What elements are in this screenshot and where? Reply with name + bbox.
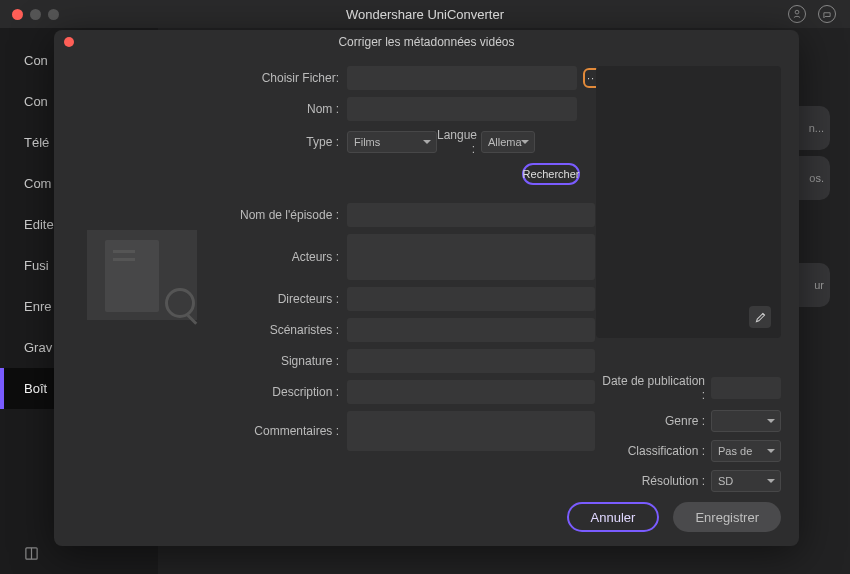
choose-file-input[interactable] <box>347 66 577 90</box>
writers-input[interactable] <box>347 318 595 342</box>
sidebar-item-label: Enre <box>24 299 51 314</box>
episode-input[interactable] <box>347 203 595 227</box>
directors-label: Directeurs : <box>212 292 347 306</box>
resolution-select[interactable]: SD <box>711 470 781 492</box>
chevron-down-icon <box>521 140 529 144</box>
bg-text: os. <box>809 172 824 184</box>
language-value: Allema <box>488 136 522 148</box>
cancel-button[interactable]: Annuler <box>567 502 660 532</box>
episode-label: Nom de l'épisode : <box>212 208 347 222</box>
sidebar-item-label: Con <box>24 94 48 109</box>
search-button[interactable]: Rechercher <box>522 163 580 185</box>
save-button[interactable]: Enregistrer <box>673 502 781 532</box>
preview-box <box>596 66 781 338</box>
pubdate-label: Date de publication : <box>596 374 711 402</box>
bg-text: n... <box>809 122 824 134</box>
thumbnail-placeholder <box>72 206 212 344</box>
classification-value: Pas de <box>718 445 752 457</box>
sidebar-item-label: Con <box>24 53 48 68</box>
description-label: Description : <box>212 385 347 399</box>
modal-titlebar: Corriger les métadonnées vidéos <box>54 30 799 54</box>
profile-icon[interactable] <box>788 5 806 23</box>
close-window-dot[interactable] <box>12 9 23 20</box>
help-icon[interactable] <box>818 5 836 23</box>
sidebar-item-label: Télé <box>24 135 49 150</box>
chevron-down-icon <box>767 479 775 483</box>
signature-input[interactable] <box>347 349 595 373</box>
comments-input[interactable] <box>347 411 595 451</box>
modal-title: Corriger les métadonnées vidéos <box>338 35 514 49</box>
sidebar-item-label: Com <box>24 176 51 191</box>
type-label: Type : <box>212 135 347 149</box>
choose-file-label: Choisir Ficher: <box>212 71 347 85</box>
genre-label: Genre : <box>596 414 711 428</box>
description-input[interactable] <box>347 380 595 404</box>
language-select[interactable]: Allema <box>481 131 535 153</box>
chevron-down-icon <box>767 419 775 423</box>
directors-input[interactable] <box>347 287 595 311</box>
sidebar-item-label: Boît <box>24 381 47 396</box>
edit-preview-button[interactable] <box>749 306 771 328</box>
classification-select[interactable]: Pas de <box>711 440 781 462</box>
comments-label: Commentaires : <box>212 424 347 438</box>
resolution-label: Résolution : <box>596 474 711 488</box>
app-titlebar: Wondershare UniConverter <box>0 0 850 28</box>
type-value: Films <box>354 136 380 148</box>
name-label: Nom : <box>212 102 347 116</box>
search-file-icon <box>165 288 195 318</box>
type-select[interactable]: Films <box>347 131 437 153</box>
signature-label: Signature : <box>212 354 347 368</box>
actors-input[interactable] <box>347 234 595 280</box>
genre-select[interactable] <box>711 410 781 432</box>
name-input[interactable] <box>347 97 577 121</box>
modal-close-dot[interactable] <box>64 37 74 47</box>
sidebar-item-label: Fusi <box>24 258 49 273</box>
chevron-down-icon <box>423 140 431 144</box>
minimize-window-dot[interactable] <box>30 9 41 20</box>
chevron-down-icon <box>767 449 775 453</box>
book-icon[interactable] <box>24 546 39 564</box>
language-label: Langue : <box>437 128 481 156</box>
pubdate-input[interactable] <box>711 377 781 399</box>
metadata-modal: Corriger les métadonnées vidéos Choisir … <box>54 30 799 546</box>
bg-text: ur <box>814 279 824 291</box>
sidebar-bottom-icons <box>24 546 39 564</box>
writers-label: Scénaristes : <box>212 323 347 337</box>
window-controls <box>0 9 59 20</box>
svg-point-0 <box>795 10 799 14</box>
app-title: Wondershare UniConverter <box>346 7 504 22</box>
sidebar-item-label: Grav <box>24 340 52 355</box>
actors-label: Acteurs : <box>212 250 347 264</box>
classification-label: Classification : <box>596 444 711 458</box>
sidebar-item-label: Edite <box>24 217 54 232</box>
resolution-value: SD <box>718 475 733 487</box>
zoom-window-dot[interactable] <box>48 9 59 20</box>
